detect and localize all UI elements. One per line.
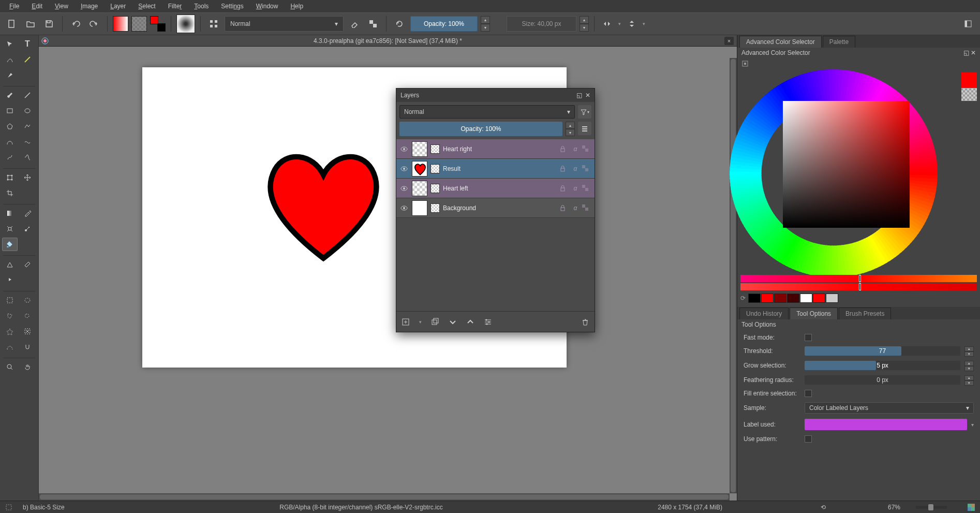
opt-fastmode-checkbox[interactable] (805, 334, 812, 341)
tool-dynamic[interactable] (2, 151, 18, 164)
menu-view[interactable]: View (50, 1, 73, 11)
layer-item[interactable]: Heart leftα (396, 179, 595, 198)
alpha-icon[interactable]: α (571, 204, 580, 212)
opt-threshold-slider[interactable]: 77 (805, 346, 960, 356)
tool-cursor[interactable] (2, 37, 18, 51)
tool-lasso-select[interactable] (20, 309, 35, 323)
alpha-icon[interactable]: α (571, 185, 580, 192)
opt-usepattern-checkbox[interactable] (805, 435, 812, 443)
workspace-switcher-icon[interactable] (960, 16, 976, 32)
chevron-down-icon[interactable]: ▾ (971, 422, 974, 428)
canvas-viewport[interactable]: Layers ◱ ✕ Normal▾ ▾ Opacity: 100% ▴▾ (39, 47, 737, 501)
tool-edit-shapes[interactable] (2, 53, 18, 66)
layer-item[interactable]: Backgroundα (396, 198, 595, 218)
opt-grow-slider[interactable]: 5 px (805, 361, 960, 370)
tool-magnetic-select[interactable] (20, 340, 35, 354)
fg-bg-color[interactable] (150, 16, 166, 32)
float-icon[interactable]: ◱ (576, 92, 582, 99)
color-settings-icon[interactable] (741, 60, 976, 67)
layer-blend-combo[interactable]: Normal▾ (399, 105, 575, 119)
opt-feather-slider[interactable]: 0 px (805, 375, 960, 385)
layer-settings-icon[interactable] (484, 318, 492, 326)
tool-crop[interactable] (2, 186, 18, 200)
tool-freehand-path[interactable] (20, 135, 35, 149)
add-layer-icon[interactable] (402, 318, 410, 326)
menu-image[interactable]: Image (76, 1, 103, 11)
horizontal-scrollbar[interactable] (39, 493, 730, 501)
inherit-alpha-icon[interactable] (582, 185, 591, 192)
menu-settings[interactable]: Settings (216, 1, 248, 11)
tool-poly-select[interactable] (2, 309, 18, 323)
inherit-alpha-icon[interactable] (582, 204, 591, 212)
color-square[interactable] (783, 101, 910, 228)
menu-select[interactable]: Select (133, 1, 160, 11)
layer-opacity-slider[interactable]: Opacity: 100% (399, 122, 562, 136)
delete-layer-icon[interactable] (581, 318, 589, 326)
color-swatch[interactable] (813, 294, 825, 303)
layers-panel[interactable]: Layers ◱ ✕ Normal▾ ▾ Opacity: 100% ▴▾ (396, 88, 595, 332)
menu-file[interactable]: File (4, 1, 24, 11)
mirror-h-icon[interactable] (600, 16, 615, 32)
blend-mode-combo[interactable]: Normal ▾ (225, 16, 344, 32)
tool-calligraphy[interactable] (20, 53, 35, 66)
opacity-slider[interactable]: Opacity: 100% (410, 16, 478, 32)
opt-feather-spinner[interactable]: ▴▾ (964, 375, 974, 385)
tool-rectangle[interactable] (2, 104, 18, 118)
tool-contiguous-select[interactable] (2, 325, 18, 338)
tool-pan[interactable] (20, 360, 35, 374)
brush-preview[interactable] (176, 14, 195, 33)
opt-grow-spinner[interactable]: ▴▾ (964, 361, 974, 370)
tool-similar-select[interactable] (20, 325, 35, 338)
layer-opacity-spinner[interactable]: ▴▾ (566, 122, 575, 136)
alpha-icon[interactable]: α (571, 145, 580, 153)
tool-text[interactable]: T (20, 37, 35, 51)
layers-panel-title-bar[interactable]: Layers ◱ ✕ (396, 89, 595, 102)
menu-filter[interactable]: Filter (163, 1, 187, 11)
color-swatch[interactable] (787, 294, 799, 303)
tool-multibrush[interactable] (20, 151, 35, 164)
pattern-swatch[interactable] (131, 16, 147, 32)
layer-item[interactable]: Heart rightα (396, 139, 595, 159)
opacity-spinner[interactable]: ▴▾ (481, 16, 490, 32)
tool-color-picker[interactable] (20, 207, 35, 220)
new-doc-button[interactable] (4, 16, 20, 32)
tool-polygon[interactable] (2, 120, 18, 133)
tool-gradient[interactable] (2, 207, 18, 220)
tab-tool-options[interactable]: Tool Options (790, 307, 838, 319)
visibility-icon[interactable] (399, 164, 409, 173)
hue-shade-bars[interactable] (737, 275, 980, 291)
menu-tools[interactable]: Tools (189, 1, 214, 11)
float-icon[interactable]: ◱ (963, 49, 969, 56)
tool-measure[interactable] (20, 258, 35, 271)
close-tab-button[interactable]: × (724, 37, 734, 45)
color-swatch[interactable] (774, 294, 786, 303)
lock-icon[interactable] (559, 204, 569, 212)
duplicate-layer-icon[interactable] (431, 318, 439, 326)
visibility-icon[interactable] (399, 184, 409, 193)
close-icon[interactable]: ✕ (585, 92, 590, 99)
zoom-slider[interactable] (916, 506, 947, 509)
tab-undo-history[interactable]: Undo History (739, 307, 789, 319)
tool-polyline[interactable] (20, 120, 35, 133)
brush-size-field[interactable]: Size: 40,00 px (507, 16, 576, 32)
chevron-down-icon[interactable]: ▾ (419, 319, 422, 325)
layer-props-button[interactable] (578, 122, 591, 135)
eraser-toggle-icon[interactable] (347, 16, 362, 32)
reload-brush-icon[interactable] (392, 16, 407, 32)
redo-button[interactable] (86, 16, 102, 32)
tool-reference[interactable] (2, 273, 18, 287)
gradient-swatch[interactable] (113, 16, 128, 32)
size-spinner[interactable]: ▴▾ (580, 16, 589, 32)
lock-icon[interactable] (559, 185, 569, 192)
tool-brush[interactable] (2, 89, 18, 102)
selection-mode-icon[interactable] (5, 504, 12, 511)
chevron-down-icon[interactable]: ▾ (618, 21, 621, 26)
alpha-icon[interactable]: α (571, 165, 580, 172)
visibility-icon[interactable] (399, 144, 409, 154)
workspace-chooser-icon[interactable] (206, 16, 221, 32)
inherit-alpha-icon[interactable] (582, 145, 591, 153)
fg-color-preview[interactable] (961, 72, 977, 101)
tab-brush-presets[interactable]: Brush Presets (839, 307, 891, 319)
alpha-lock-icon[interactable] (365, 16, 381, 32)
tool-transform[interactable] (2, 171, 18, 184)
